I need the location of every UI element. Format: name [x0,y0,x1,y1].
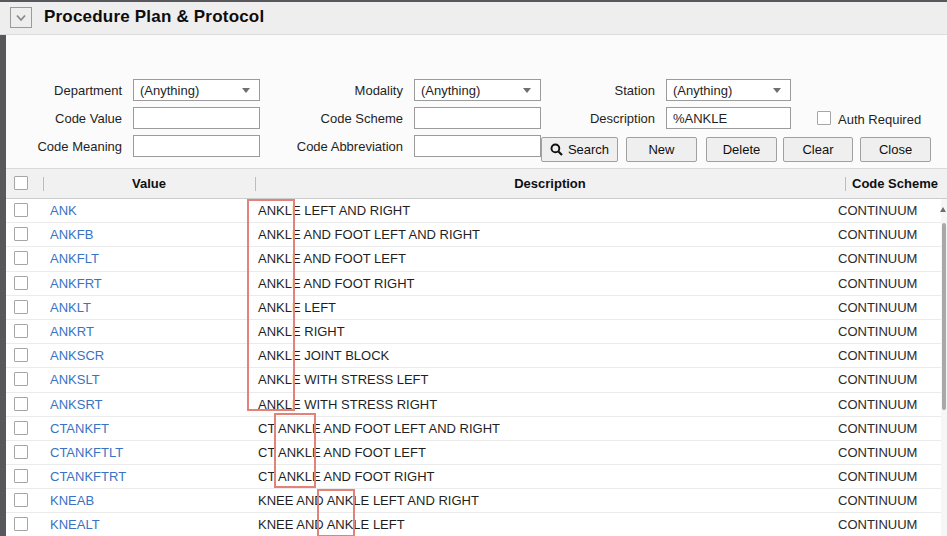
row-value-link[interactable]: ANKSCR [50,348,104,363]
row-checkbox[interactable] [14,203,28,217]
row-checkbox[interactable] [14,421,28,435]
code-meaning-input[interactable] [133,135,260,157]
row-description: KNEE AND ANKLE LEFT AND RIGHT [258,493,479,508]
table-row[interactable]: ANKFB ANKLE AND FOOT LEFT AND RIGHT CONT… [6,223,947,247]
table-row[interactable]: ANKFLT ANKLE AND FOOT LEFT CONTINUUM [6,247,947,271]
row-value-link[interactable]: KNEAB [50,493,94,508]
magnifier-icon [550,143,563,156]
column-header-description[interactable]: Description [255,176,845,191]
row-checkbox[interactable] [14,372,28,386]
close-button-label: Close [879,142,912,157]
select-all-checkbox[interactable] [14,176,28,190]
row-code-scheme: CONTINUUM [838,421,917,436]
column-header-value[interactable]: Value [43,176,255,191]
row-description: ANKLE LEFT AND RIGHT [258,203,410,218]
row-value-link[interactable]: ANKRT [50,324,94,339]
code-value-label: Code Value [10,111,122,127]
collapse-panel-button[interactable] [10,7,32,28]
row-description: CT ANKLE AND FOOT LEFT [258,445,426,460]
row-value-link[interactable]: CTANKFTRT [50,469,126,484]
row-checkbox[interactable] [14,397,28,411]
chevron-down-icon [15,14,27,22]
table-row[interactable]: ANKSLT ANKLE WITH STRESS LEFT CONTINUUM [6,368,947,392]
row-checkbox[interactable] [14,251,28,265]
table-header: Value Description Code Scheme [6,168,947,199]
arrow-up-icon[interactable] [940,207,946,212]
department-selected-value: (Anything) [140,83,199,98]
row-value-link[interactable]: CTANKFT [50,421,109,436]
row-code-scheme: CONTINUUM [838,227,917,242]
auth-required-checkbox[interactable] [817,111,831,125]
row-value-link[interactable]: ANK [50,203,77,218]
table-row[interactable]: ANKSRT ANKLE WITH STRESS RIGHT CONTINUUM [6,393,947,417]
table-row[interactable]: ANK ANKLE LEFT AND RIGHT CONTINUUM [6,199,947,223]
station-dropdown[interactable]: (Anything) [666,79,791,101]
table-row[interactable]: KNEAB KNEE AND ANKLE LEFT AND RIGHT CONT… [6,489,947,513]
row-code-scheme: CONTINUUM [838,372,917,387]
row-value-link[interactable]: ANKFLT [50,251,99,266]
table-row[interactable]: ANKSCR ANKLE JOINT BLOCK CONTINUUM [6,344,947,368]
scrollbar-thumb[interactable] [942,223,946,410]
table-row[interactable]: CTANKFTLT CT ANKLE AND FOOT LEFT CONTINU… [6,441,947,465]
table-row[interactable]: KNEALT KNEE AND ANKLE LEFT CONTINUUM [6,513,947,536]
code-scheme-input[interactable] [414,107,541,129]
row-value-link[interactable]: CTANKFTLT [50,445,123,460]
delete-button[interactable]: Delete [706,137,777,162]
row-value-link[interactable]: ANKSRT [50,397,103,412]
row-value-link[interactable]: ANKSLT [50,372,100,387]
column-header-code-scheme[interactable]: Code Scheme [845,176,945,191]
row-checkbox[interactable] [14,493,28,507]
row-description: ANKLE AND FOOT RIGHT [258,276,415,291]
row-code-scheme: CONTINUUM [838,324,917,339]
row-code-scheme: CONTINUUM [838,445,917,460]
row-checkbox[interactable] [14,227,28,241]
clear-button[interactable]: Clear [783,137,853,162]
close-button[interactable]: Close [860,137,931,162]
row-code-scheme: CONTINUUM [838,493,917,508]
row-code-scheme: CONTINUUM [838,397,917,412]
row-value-link[interactable]: ANKFRT [50,276,102,291]
procedure-plan-window: Procedure Plan & Protocol Department (An… [0,0,947,536]
row-code-scheme: CONTINUUM [838,469,917,484]
code-abbreviation-input[interactable] [414,135,541,157]
row-code-scheme: CONTINUUM [838,300,917,315]
row-checkbox[interactable] [14,276,28,290]
table-body: ANK ANKLE LEFT AND RIGHT CONTINUUM ANKFB… [6,199,947,536]
delete-button-label: Delete [723,142,761,157]
row-checkbox[interactable] [14,517,28,531]
row-code-scheme: CONTINUUM [838,251,917,266]
search-button[interactable]: Search [541,137,618,162]
row-checkbox[interactable] [14,469,28,483]
new-button[interactable]: New [626,137,697,162]
station-selected-value: (Anything) [673,83,732,98]
code-value-input[interactable] [133,107,260,129]
clear-button-label: Clear [802,142,833,157]
row-description: ANKLE LEFT [258,300,336,315]
table-row[interactable]: ANKFRT ANKLE AND FOOT RIGHT CONTINUUM [6,272,947,296]
row-value-link[interactable]: KNEALT [50,517,100,532]
table-row[interactable]: CTANKFT CT ANKLE AND FOOT LEFT AND RIGHT… [6,417,947,441]
row-checkbox[interactable] [14,300,28,314]
new-button-label: New [648,142,674,157]
row-value-link[interactable]: ANKLT [50,300,91,315]
row-code-scheme: CONTINUUM [838,276,917,291]
row-description: CT ANKLE AND FOOT LEFT AND RIGHT [258,421,500,436]
caret-down-icon [523,88,531,93]
table-row[interactable]: ANKRT ANKLE RIGHT CONTINUUM [6,320,947,344]
row-checkbox[interactable] [14,348,28,362]
search-button-label: Search [568,142,609,157]
modality-dropdown[interactable]: (Anything) [414,79,541,101]
code-meaning-label: Code Meaning [10,139,122,155]
table-row[interactable]: ANKLT ANKLE LEFT CONTINUUM [6,296,947,320]
row-checkbox[interactable] [14,445,28,459]
department-dropdown[interactable]: (Anything) [133,79,260,101]
description-input[interactable] [666,107,791,129]
row-checkbox[interactable] [14,324,28,338]
row-description: ANKLE JOINT BLOCK [258,348,389,363]
department-label: Department [10,83,122,99]
modality-label: Modality [280,83,403,99]
description-label: Description [540,111,655,127]
row-value-link[interactable]: ANKFB [50,227,93,242]
row-code-scheme: CONTINUUM [838,348,917,363]
table-row[interactable]: CTANKFTRT CT ANKLE AND FOOT RIGHT CONTIN… [6,465,947,489]
